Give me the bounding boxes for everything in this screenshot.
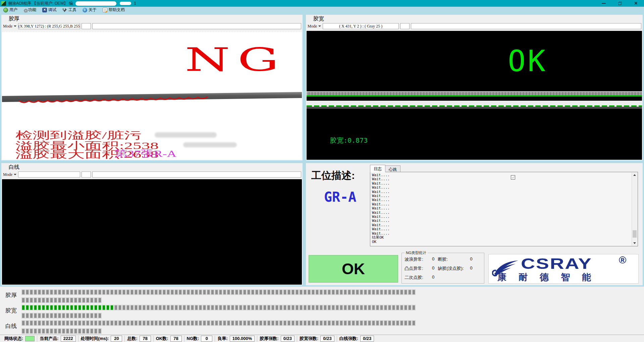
log-line: Wait.... <box>372 223 631 227</box>
log-line: Wait.... <box>372 177 631 181</box>
scrollbar-thumb[interactable] <box>633 230 637 238</box>
indicator-cell <box>295 289 299 295</box>
indicator-cell <box>38 289 41 295</box>
indicator-cell <box>307 320 311 326</box>
log-line: Wait.... <box>372 198 631 202</box>
minimize-button[interactable] <box>596 0 612 7</box>
indicator-cell <box>150 320 154 326</box>
indicator-cell <box>54 305 57 310</box>
wide-field[interactable] <box>92 23 301 29</box>
log-checkbox[interactable] <box>511 175 515 180</box>
indicator-cell <box>360 320 363 326</box>
restore-button[interactable] <box>612 0 628 7</box>
log-line: OK <box>372 240 631 244</box>
wide-field[interactable] <box>92 172 301 178</box>
brand-name: CSRAY <box>521 256 592 272</box>
menu-item-label: 调试 <box>48 7 56 13</box>
indicator-cell <box>86 297 90 303</box>
indicator-cell <box>412 289 416 295</box>
station-id: GR-A <box>324 189 356 205</box>
indicator-cell <box>42 305 45 310</box>
log-tab-1[interactable]: 心跳 <box>385 165 400 172</box>
indicator-cell <box>106 305 110 310</box>
indicator-cell <box>134 305 138 310</box>
indicator-cell <box>343 289 347 295</box>
indicator-cell <box>118 289 122 295</box>
indicator-cell <box>170 305 174 310</box>
indicator-cell <box>122 320 126 326</box>
mode-dropdown[interactable]: Mode <box>307 23 321 29</box>
status-item: 胶宽张数:0/23 <box>297 336 337 342</box>
indicator-cell <box>110 305 114 310</box>
log-line: Wait.... <box>372 215 631 219</box>
brand-subtitle: 康耐德智能 <box>497 271 603 283</box>
log-listbox[interactable]: Wait....Wait....Wait....Wait....Wait....… <box>370 172 638 246</box>
ng-stat-label: 缺胶(没点胶): <box>438 265 470 272</box>
indicator-cell <box>30 289 33 295</box>
indicator-cell <box>82 289 86 295</box>
menu-item-label: 帮助文档 <box>109 7 125 13</box>
network-status-indicator <box>25 336 35 341</box>
menu-item-debug[interactable]: 调试 <box>42 7 56 13</box>
indicator-cell <box>74 305 77 310</box>
small-field[interactable] <box>82 23 91 29</box>
indicator-cell <box>78 320 82 326</box>
menu-item-gear[interactable]: 功能 <box>23 7 36 13</box>
pixel-readout-field[interactable]: (X 398,Y 1272) : (R 255,G 255,B 255) <box>18 23 80 29</box>
scroll-down-button[interactable] <box>632 241 637 246</box>
indicator-cell <box>90 297 94 303</box>
indicator-cell <box>231 289 234 295</box>
indicator-cell <box>46 320 49 326</box>
pixel-readout-field[interactable]: ( X 431, Y 2 ) : ( Gray 25 ) <box>323 23 399 29</box>
indicator-cell <box>58 289 61 295</box>
result-ok-button[interactable]: OK <box>309 255 398 283</box>
indicator-cell <box>243 305 247 310</box>
pixel-readout-field[interactable] <box>18 172 80 178</box>
indicator-cell <box>94 328 98 334</box>
wide-field[interactable] <box>411 23 641 29</box>
scroll-up-button[interactable] <box>632 173 637 178</box>
indicator-row <box>21 305 416 310</box>
indicator-cell <box>174 305 178 310</box>
menu-item-help-doc[interactable]: 帮助文档 <box>103 7 125 13</box>
status-value: 100.000% <box>230 336 255 342</box>
mode-dropdown[interactable]: Mode <box>3 172 17 178</box>
vendor-logo: CSRAY ® 康耐德智能 <box>488 254 639 284</box>
indicator-cell <box>166 305 170 310</box>
triangle-up-icon <box>633 174 636 176</box>
small-field[interactable] <box>82 172 91 178</box>
log-line: Wait.... <box>372 194 631 198</box>
indicator-cell <box>352 305 355 310</box>
mode-dropdown[interactable]: Mode <box>3 23 17 29</box>
close-button[interactable]: × <box>628 0 644 7</box>
ng-stat-row: 二次点胶:0 <box>405 275 434 281</box>
ng-stats-col2: 断胶:0缺胶(没点胶):0 <box>438 256 472 282</box>
indicator-cell <box>235 320 238 326</box>
indicator-cell <box>34 289 37 295</box>
strip-label-2: 白线 <box>5 322 17 330</box>
indicator-cell <box>94 289 98 295</box>
indicator-cell <box>21 313 25 319</box>
indicator-cell <box>215 289 218 295</box>
indicator-cell <box>94 313 98 319</box>
indicator-cell <box>134 289 138 295</box>
indicator-cell <box>130 320 134 326</box>
indicator-cell <box>90 289 94 295</box>
log-tab-0[interactable]: 日志 <box>370 165 385 172</box>
menu-item-tools[interactable]: 工具 <box>62 7 76 13</box>
indicator-cell <box>170 320 174 326</box>
indicator-cell <box>339 320 343 326</box>
indicator-cell <box>178 305 182 310</box>
small-field[interactable] <box>400 23 410 29</box>
indicator-cell <box>70 297 73 303</box>
indicator-cell <box>126 305 130 310</box>
log-line: Wait.... <box>372 232 631 236</box>
menu-item-about[interactable]: 关于 <box>83 7 97 13</box>
indicator-cell <box>408 289 412 295</box>
indicator-cell <box>356 289 359 295</box>
indicator-cell <box>158 305 162 310</box>
log-line: Wait.... <box>372 182 631 186</box>
menu-item-user[interactable]: 用户 <box>3 7 17 13</box>
indicator-cell <box>303 289 307 295</box>
indicator-cell <box>90 305 94 310</box>
